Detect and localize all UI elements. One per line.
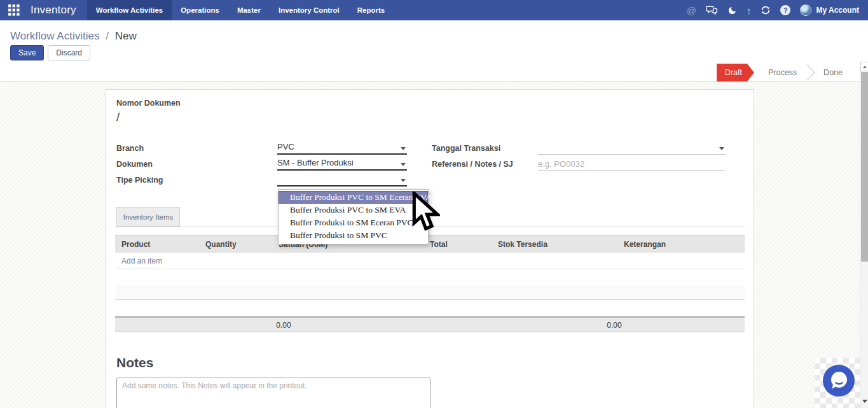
save-button[interactable]: Save xyxy=(10,45,44,60)
dokumen-value: SM - Buffer Produksi xyxy=(277,158,354,167)
caret-down-icon xyxy=(401,179,406,182)
live-chat-button[interactable] xyxy=(822,364,855,397)
add-item-row: Add an item xyxy=(115,253,745,269)
breadcrumb-separator: / xyxy=(106,30,109,42)
navbar-right-tools: @ ↑ ? My Account xyxy=(687,0,859,20)
empty-table-row xyxy=(115,300,745,316)
scroll-down-arrow-icon[interactable] xyxy=(862,400,867,403)
col-product: Product xyxy=(121,240,150,249)
tipe-picking-label: Tipe Picking xyxy=(116,176,163,185)
statusbar-step-draft[interactable]: Draft xyxy=(717,64,754,81)
scroll-up-button[interactable] xyxy=(860,62,868,71)
dropdown-option-buffer-produksi-to-sm-pvc[interactable]: Buffer Produksi to SM PVC xyxy=(279,229,428,242)
chat-bubbles-icon[interactable] xyxy=(706,6,718,15)
form-sheet: Nomor Dokumen / Branch PVC Dokumen SM - … xyxy=(106,89,754,408)
nav-item-master[interactable]: Master xyxy=(228,0,270,20)
help-icon[interactable]: ? xyxy=(780,5,790,15)
user-avatar xyxy=(800,4,811,16)
tipe-picking-select[interactable] xyxy=(277,174,407,186)
col-quantity: Quantity xyxy=(205,240,237,249)
mentions-icon[interactable]: @ xyxy=(687,6,696,15)
empty-table-row xyxy=(115,269,745,285)
items-table-header: Product Quantity Satuan (UoM) Total Stok… xyxy=(115,235,745,253)
top-navbar: Inventory Workflow Activities Operations… xyxy=(0,0,868,20)
dropdown-option-buffer-produksi-to-sm-eceran-pvc[interactable]: Buffer Produksi to SM Eceran PVC xyxy=(279,216,428,229)
tanggal-transaksi-label: Tanggal Transaksi xyxy=(432,144,500,153)
nav-item-workflow-activities[interactable]: Workflow Activities xyxy=(87,0,172,20)
control-panel: Workflow Activities / New Save Discard D… xyxy=(0,20,868,82)
notes-textarea[interactable] xyxy=(116,377,431,408)
breadcrumb-parent-link[interactable]: Workflow Activities xyxy=(10,30,99,42)
caret-down-icon xyxy=(719,147,724,150)
dokumen-select[interactable]: SM - Buffer Produksi xyxy=(277,158,407,171)
dokumen-label: Dokumen xyxy=(116,160,153,169)
statusbar-step-done[interactable]: Done xyxy=(808,64,855,81)
statusbar: Draft Process Done xyxy=(717,64,855,81)
nav-item-inventory-control[interactable]: Inventory Control xyxy=(270,0,348,20)
nav-item-reports[interactable]: Reports xyxy=(348,0,394,20)
breadcrumb-current: New xyxy=(115,30,137,42)
upload-arrow-icon[interactable]: ↑ xyxy=(747,6,752,15)
tanggal-transaksi-select[interactable] xyxy=(538,142,726,155)
nomor-dokumen-label: Nomor Dokumen xyxy=(116,99,181,108)
breadcrumb: Workflow Activities / New xyxy=(10,30,137,43)
branch-label: Branch xyxy=(116,144,144,153)
total-quantity-value: 0.00 xyxy=(268,321,300,330)
vertical-scrollbar[interactable] xyxy=(860,62,868,408)
table-totals-row: 0.00 0.00 xyxy=(115,316,745,332)
col-keterangan: Keterangan xyxy=(624,240,666,249)
total-stok-tersedia-value: 0.00 xyxy=(598,321,630,330)
nav-item-operations[interactable]: Operations xyxy=(172,0,228,20)
branch-value: PVC xyxy=(277,142,294,151)
discard-button[interactable]: Discard xyxy=(48,45,90,60)
inventory-app-screen: Inventory Workflow Activities Operations… xyxy=(0,0,868,408)
dark-mode-moon-icon[interactable] xyxy=(727,6,737,15)
app-title[interactable]: Inventory xyxy=(31,4,76,17)
tab-divider xyxy=(115,227,745,227)
caret-down-icon xyxy=(401,163,406,166)
notes-heading: Notes xyxy=(116,355,153,370)
dropdown-option-buffer-produksi-pvc-to-sm-eva[interactable]: Buffer Produksi PVC to SM EVA xyxy=(279,204,428,216)
branch-select[interactable]: PVC xyxy=(277,142,407,155)
tipe-picking-dropdown: Buffer Produksi PVC to SM Eceran EVA Buf… xyxy=(278,189,429,244)
scrollbar-thumb[interactable] xyxy=(861,72,868,262)
caret-down-icon xyxy=(401,147,406,150)
apps-grid-icon[interactable] xyxy=(8,4,20,16)
nomor-dokumen-value: / xyxy=(116,110,120,124)
add-an-item-link[interactable]: Add an item xyxy=(121,257,162,265)
dropdown-option-buffer-produksi-pvc-to-sm-eceran-eva[interactable]: Buffer Produksi PVC to SM Eceran EVA xyxy=(279,191,428,204)
col-stok-tersedia: Stok Tersedia xyxy=(498,240,548,249)
form-action-buttons: Save Discard xyxy=(10,45,90,60)
referensi-input[interactable] xyxy=(538,158,726,171)
tab-inventory-items[interactable]: Inventory Items xyxy=(116,207,180,227)
sync-refresh-icon[interactable] xyxy=(761,5,771,15)
my-account-button[interactable]: My Account xyxy=(816,6,859,15)
referensi-label: Referensi / Notes / SJ xyxy=(432,160,513,169)
empty-table-row xyxy=(115,285,745,300)
col-total: Total xyxy=(430,240,448,249)
main-menu: Workflow Activities Operations Master In… xyxy=(87,0,394,20)
